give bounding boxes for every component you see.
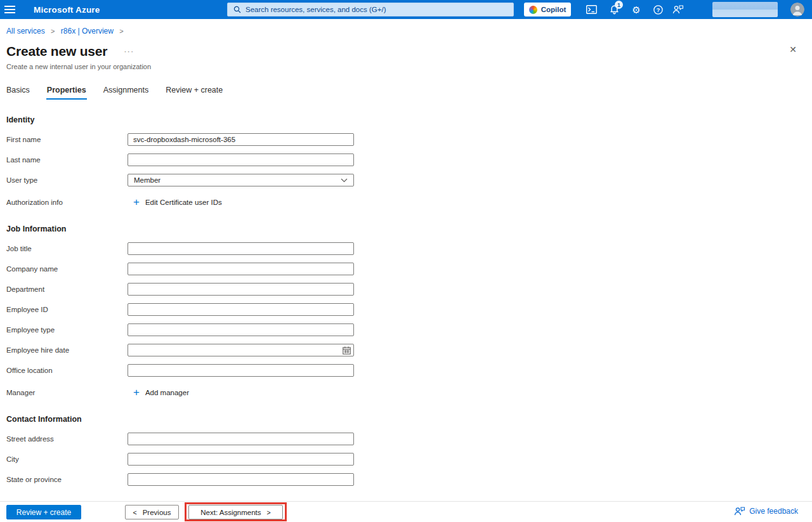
job-title-input[interactable]: [128, 242, 354, 255]
breadcrumb-chevron-icon: >: [119, 27, 123, 35]
department-input[interactable]: [128, 283, 354, 296]
copilot-icon: [529, 6, 537, 14]
employee-hire-date-label: Employee hire date: [6, 346, 128, 354]
form-row-office-location: Office location: [6, 364, 812, 377]
settings-gear-icon[interactable]: ⚙: [627, 0, 645, 19]
employee-type-input[interactable]: [128, 323, 354, 336]
form-row-city: City: [6, 453, 812, 466]
close-icon[interactable]: ✕: [789, 45, 797, 54]
help-icon[interactable]: ?: [649, 0, 667, 19]
review-create-button[interactable]: Review + create: [6, 505, 81, 519]
form-row-company-name: Company name: [6, 263, 812, 275]
notifications-icon[interactable]: 1: [605, 0, 623, 19]
form-row-authorization-info: Authorization info+Edit Certificate user…: [6, 196, 812, 209]
link-label: Edit Certificate user IDs: [145, 199, 222, 206]
street-address-label: Street address: [6, 435, 128, 443]
form-row-employee-type: Employee type: [6, 323, 812, 336]
give-feedback-label: Give feedback: [749, 507, 798, 516]
tab-bar: Basics Properties Assignments Review + c…: [6, 86, 812, 100]
employee-id-label: Employee ID: [6, 306, 128, 313]
cloud-shell-icon[interactable]: [582, 0, 600, 19]
svg-text:?: ?: [656, 6, 660, 13]
first-name-label: First name: [6, 136, 128, 143]
office-location-label: Office location: [6, 367, 128, 374]
avatar[interactable]: [790, 3, 804, 16]
form-row-department: Department: [6, 283, 812, 296]
more-icon[interactable]: ···: [124, 46, 134, 56]
breadcrumb: All services > r86x | Overview >: [6, 25, 812, 36]
employee-hire-date-input[interactable]: [128, 344, 354, 356]
calendar-icon[interactable]: [343, 346, 351, 355]
page-title: Create new user: [6, 44, 107, 59]
form-row-street-address: Street address: [6, 433, 812, 445]
company-name-label: Company name: [6, 265, 128, 273]
next-assignments-button[interactable]: Next: Assignments >: [188, 505, 283, 519]
footer-bar: Review + create < Previous Next: Assignm…: [0, 501, 812, 522]
form-row-state-or-province: State or province: [6, 473, 812, 486]
add-manager-link[interactable]: +Add manager: [133, 388, 189, 396]
first-name-input[interactable]: [128, 133, 354, 146]
tab-review-create[interactable]: Review + create: [166, 86, 223, 100]
city-input[interactable]: [128, 453, 354, 466]
page-subtitle: Create a new internal user in your organ…: [6, 63, 812, 70]
top-bar: Microsoft Azure Copilot 1 ⚙ ?: [0, 0, 812, 19]
last-name-input[interactable]: [128, 153, 354, 166]
edit-certificate-user-ids-link[interactable]: +Edit Certificate user IDs: [133, 198, 222, 206]
tab-basics[interactable]: Basics: [6, 86, 30, 100]
selected-value: Member: [134, 176, 160, 184]
form-row-user-type: User typeMember: [6, 174, 812, 186]
breadcrumb-chevron-icon: >: [51, 27, 55, 35]
chevron-left-icon: <: [133, 509, 137, 516]
employee-id-input[interactable]: [128, 303, 354, 316]
company-name-input[interactable]: [128, 263, 354, 275]
form-row-job-title: Job title: [6, 242, 812, 255]
department-label: Department: [6, 285, 128, 293]
feedback-icon[interactable]: [669, 0, 687, 19]
next-button-label: Next: Assignments: [200, 509, 261, 516]
form-sections: IdentityFirst nameLast nameUser typeMemb…: [6, 115, 812, 486]
previous-button[interactable]: < Previous: [125, 505, 179, 519]
state-or-province-label: State or province: [6, 476, 128, 483]
section-heading-contact-information: Contact Information: [6, 415, 812, 424]
authorization-info-label: Authorization info: [6, 199, 128, 206]
form-row-first-name: First name: [6, 133, 812, 146]
copilot-button[interactable]: Copilot: [524, 3, 571, 16]
link-label: Add manager: [145, 389, 189, 396]
azure-logo[interactable]: Microsoft Azure: [34, 0, 100, 19]
account-info-redacted[interactable]: [712, 2, 778, 17]
main-content: All services > r86x | Overview > Create …: [0, 25, 812, 501]
hamburger-menu-icon[interactable]: [0, 0, 19, 19]
form-row-employee-id: Employee ID: [6, 303, 812, 316]
global-search[interactable]: [227, 3, 514, 16]
search-icon: [233, 6, 241, 13]
form-row-last-name: Last name: [6, 153, 812, 166]
office-location-input[interactable]: [128, 364, 354, 377]
breadcrumb-r86x-overview[interactable]: r86x | Overview: [61, 27, 114, 36]
tab-assignments[interactable]: Assignments: [103, 86, 149, 100]
chevron-right-icon: >: [267, 509, 271, 516]
copilot-label: Copilot: [541, 6, 566, 13]
plus-icon: +: [133, 388, 140, 396]
state-or-province-input[interactable]: [128, 473, 354, 486]
plus-icon: +: [133, 198, 140, 206]
last-name-label: Last name: [6, 156, 128, 164]
street-address-input[interactable]: [128, 433, 354, 445]
user-type-select[interactable]: Member: [128, 174, 354, 186]
form-row-employee-hire-date: Employee hire date: [6, 344, 812, 356]
tab-properties[interactable]: Properties: [47, 86, 86, 100]
give-feedback-link[interactable]: Give feedback: [734, 507, 798, 516]
job-title-label: Job title: [6, 245, 128, 252]
form-row-manager: Manager+Add manager: [6, 386, 812, 399]
employee-type-label: Employee type: [6, 326, 128, 334]
city-label: City: [6, 455, 128, 463]
notification-badge: 1: [615, 1, 623, 9]
chevron-down-icon: [341, 178, 348, 183]
previous-button-label: Previous: [143, 509, 171, 516]
user-type-label: User type: [6, 176, 128, 184]
search-input[interactable]: [246, 6, 508, 13]
feedback-icon: [734, 507, 745, 516]
section-heading-job-information: Job Information: [6, 225, 812, 233]
manager-label: Manager: [6, 389, 128, 396]
breadcrumb-all-services[interactable]: All services: [6, 27, 45, 36]
section-heading-identity: Identity: [6, 115, 812, 124]
